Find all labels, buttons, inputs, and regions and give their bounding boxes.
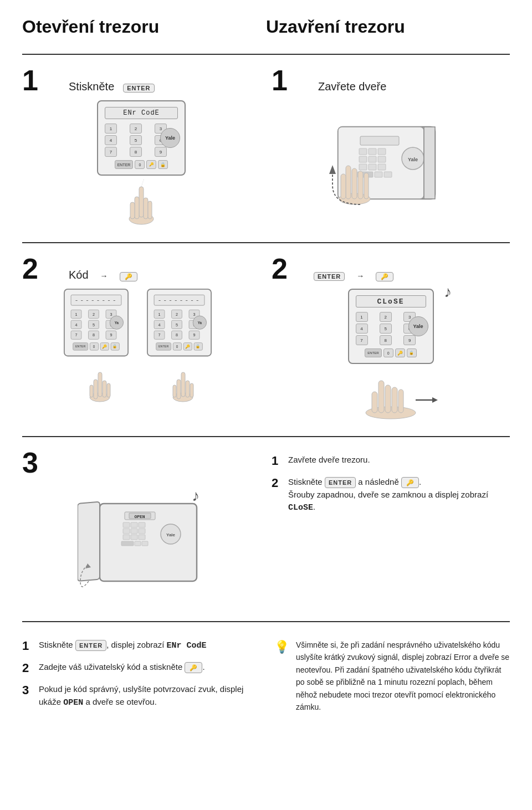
open-step-1-number: 1: [22, 66, 55, 95]
tip-text: Všimněte si, že při zadání nesprávného u…: [296, 639, 510, 713]
svg-rect-48: [398, 389, 403, 413]
svg-rect-27: [352, 168, 357, 199]
key-badge-s2: 🔑: [185, 662, 202, 674]
svg-text:Yale: Yale: [166, 532, 176, 537]
bulb-icon: 💡: [274, 640, 289, 654]
section-2-row: 2 Kód → 🔑 -------- 1 2 3 4 5: [22, 254, 510, 425]
svg-rect-16: [359, 164, 367, 170]
close-step-1: 1 Zavřete dveře: [272, 66, 510, 231]
svg-rect-61: [131, 529, 137, 534]
close-note-2: 2 Stiskněte ENTER a následně 🔑. Šrouby z…: [272, 476, 510, 515]
music-note-icon: ♪: [444, 283, 452, 301]
close-notes: 1 Zavřete dveře trezoru. 2 Stiskněte ENT…: [272, 448, 510, 610]
svg-rect-40: [177, 380, 181, 399]
summary-step-3-text: Pokud je kód správný, uslyšíte potvrzova…: [39, 683, 258, 709]
close-step-2-number: 2: [272, 254, 305, 283]
keypad-display-2a: --------: [71, 295, 122, 306]
section-3-row: 3 ♪ OPEN: [22, 448, 510, 610]
svg-text:Yale: Yale: [408, 157, 418, 162]
svg-rect-43: [173, 385, 176, 397]
title-open: Otevření trezoru: [22, 17, 266, 37]
key-lock2: 🔒: [158, 160, 168, 169]
key-lock: 🔑: [146, 160, 156, 169]
keypad-2b: -------- 1 2 3 4 5 6 7 8 9: [147, 289, 212, 356]
section-1-row: 1 Stiskněte ENTER ENr CodE 1 2 3 4 5 6: [22, 66, 510, 231]
svg-rect-20: [375, 172, 382, 177]
svg-rect-66: [121, 541, 134, 546]
svg-rect-63: [123, 535, 130, 540]
top-titles-row: Otevření trezoru Uzavření trezoru: [22, 17, 510, 37]
bottom-right: 💡 Všimněte si, že při zadání nesprávného…: [274, 639, 510, 717]
svg-rect-42: [190, 383, 193, 397]
svg-marker-50: [432, 397, 438, 403]
close-step-1-number: 1: [272, 66, 305, 95]
close-step-1-diagram: Yale: [272, 100, 510, 222]
key-2: 2: [130, 124, 142, 134]
svg-rect-41: [186, 381, 190, 397]
open-step-1-diagram: ENr CodE 1 2 3 4 5 6 7 8 9 ENTER: [22, 100, 260, 225]
key-0: 0: [135, 160, 145, 169]
svg-rect-21: [384, 172, 392, 177]
open-step-1: 1 Stiskněte ENTER ENr CodE 1 2 3 4 5 6: [22, 66, 260, 231]
key-8: 8: [130, 147, 142, 157]
svg-rect-36: [107, 383, 110, 397]
svg-rect-11: [369, 148, 376, 155]
svg-rect-15: [378, 156, 386, 162]
divider-3: [22, 621, 510, 622]
svg-rect-26: [346, 166, 351, 199]
svg-rect-33: [98, 372, 102, 397]
key-enter: ENTER: [115, 160, 134, 169]
svg-rect-59: [139, 522, 145, 527]
key-badge-note: 🔑: [401, 477, 419, 489]
svg-rect-67: [135, 541, 141, 546]
divider-2: [22, 436, 510, 437]
keypad-close-display: CLoSE: [356, 295, 426, 307]
enrcode-display: ENr CodE: [167, 641, 207, 650]
summary-step-2-text: Zadejte váš uživatelský kód a stiskněte …: [39, 661, 205, 674]
enter-badge-note: ENTER: [325, 477, 356, 489]
svg-rect-37: [90, 385, 93, 397]
enter-badge-s1: ENTER: [75, 640, 106, 652]
svg-rect-45: [378, 381, 384, 413]
key-5: 5: [130, 135, 142, 145]
svg-rect-28: [358, 171, 363, 199]
svg-rect-34: [94, 380, 98, 399]
svg-rect-13: [359, 156, 367, 162]
svg-rect-39: [181, 372, 185, 397]
key-4: 4: [105, 135, 117, 145]
open-step-3-number: 3: [22, 448, 55, 477]
svg-rect-30: [341, 174, 346, 199]
close-note-2-text: Stiskněte ENTER a následně 🔑. Šrouby zap…: [288, 476, 510, 515]
svg-rect-60: [123, 529, 130, 534]
keypad-2a: -------- 1 2 3 4 5 6 7 8 9: [64, 289, 129, 356]
keypad-display-1: ENr CodE: [105, 107, 178, 119]
music-note-icon-3: ♪: [192, 487, 200, 505]
svg-rect-29: [364, 173, 369, 199]
svg-rect-49: [372, 392, 377, 413]
keypad-close-2: CLoSE 1 2 3 4 5 6 7 8 9 ENTER 0: [348, 289, 434, 364]
enter-badge-close-2: ENTER: [314, 272, 345, 281]
svg-text:OPEN: OPEN: [134, 514, 145, 519]
svg-rect-68: [142, 541, 148, 546]
open-step-3-diagram: ♪ OPEN: [22, 483, 260, 604]
close-step-2-diagram: ♪ CLoSE 1 2 3 4 5 6 7 8 9: [272, 289, 510, 419]
keypad-display-2b: --------: [154, 295, 205, 306]
safe-open-svg: OPEN: [78, 493, 205, 592]
svg-rect-4: [148, 201, 152, 219]
hand-close-2: [335, 364, 446, 419]
close-note-1-text: Zavřete dveře trezoru.: [288, 454, 370, 466]
svg-rect-17: [369, 164, 376, 170]
svg-rect-65: [139, 535, 145, 540]
svg-line-6: [141, 178, 144, 187]
summary-step-1-text: Stiskněte ENTER, displej zobrazí ENr Cod…: [39, 639, 207, 653]
arrow-close-2: →: [356, 271, 364, 280]
hand-svg-1: [119, 176, 163, 225]
key-badge-close-2: 🔑: [376, 272, 393, 281]
open-display-s3: OPEN: [63, 698, 83, 708]
svg-rect-62: [139, 529, 145, 534]
close-step-1-label: Zavřete dveře: [318, 80, 386, 93]
svg-rect-57: [123, 522, 130, 527]
close-display-note: CLoSE: [288, 503, 313, 512]
enter-badge-1: ENTER: [123, 84, 154, 93]
open-step-2-number: 2: [22, 254, 55, 283]
